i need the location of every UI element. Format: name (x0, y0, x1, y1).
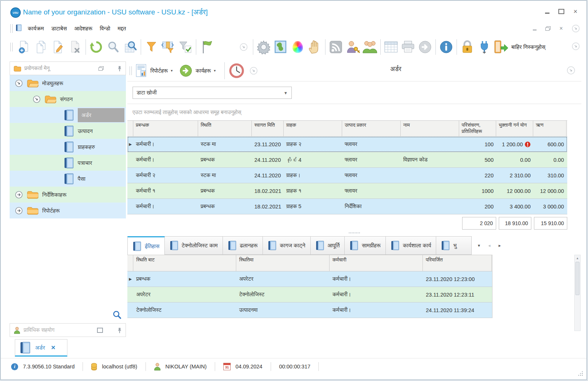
user-permissions-button[interactable] (344, 37, 361, 57)
info-button[interactable] (438, 37, 455, 57)
close-button[interactable]: × (572, 9, 578, 14)
tabs-dropdown-icon[interactable]: ▾ (478, 243, 480, 248)
edit-document-button[interactable] (50, 37, 67, 57)
tab-payment[interactable]: भु (436, 236, 472, 255)
toolbar-grip-2[interactable] (10, 43, 13, 51)
col-modified[interactable]: परिमार्जित (423, 255, 492, 271)
expand-down-icon[interactable] (33, 95, 41, 103)
col-manager[interactable]: प्रबन्धक (133, 121, 198, 136)
print-button[interactable] (400, 37, 417, 57)
forward-button[interactable] (417, 37, 434, 57)
table-view-button[interactable] (382, 37, 400, 57)
rss-button[interactable] (327, 37, 344, 57)
tab-supply[interactable]: आपूर्ति (311, 236, 345, 255)
users-group-button[interactable] (361, 37, 378, 57)
support-float-button[interactable] (97, 328, 103, 333)
order-row[interactable]: कर्मचारी २ स्टक मा 24.11.2020 ग्राहक। फ्… (127, 168, 567, 183)
delete-document-button[interactable] (67, 37, 84, 57)
sidebar-search-button[interactable] (113, 310, 121, 321)
scheduler-button[interactable] (228, 61, 245, 81)
toolbar-right-chevron-icon[interactable] (572, 42, 580, 50)
tabs-scroll-left-icon[interactable]: ◂ (488, 243, 490, 248)
tree-item-correspondence[interactable]: पत्राचार (10, 155, 126, 171)
menubar-chevron-icon[interactable] (572, 24, 580, 33)
history-row[interactable]: अपरेटर टेक्नोलोजिस्ट कर्मचारी। 23.11.202… (127, 287, 492, 303)
toolbar-chevron-icon[interactable] (240, 43, 248, 51)
tree-item-modules[interactable]: मोड्युलहरू (10, 75, 126, 91)
col-status[interactable]: स्थिति (198, 121, 252, 136)
actions-dropdown-button[interactable]: कार्यहरू ▾ (179, 64, 216, 77)
filter-button[interactable] (143, 37, 160, 57)
col-payable[interactable]: भुक्तानी गर्न योग (496, 121, 533, 136)
tab-materials[interactable]: सामग्रीहरू (345, 236, 386, 255)
col-client[interactable]: ग्राहक (284, 121, 342, 136)
tree-item-directories[interactable]: निर्देशिकाहरू (10, 187, 126, 203)
filter-column-button[interactable] (160, 37, 177, 57)
settings-button[interactable] (255, 37, 272, 57)
expand-right-icon[interactable] (15, 207, 23, 215)
panel-right-chevron-icon[interactable] (567, 66, 575, 75)
col-date[interactable]: स्वागत मिति (252, 121, 284, 136)
order-row[interactable]: कर्मचारी। प्रबन्धक 18.02.2021 ग्राहक 5 न… (127, 199, 567, 214)
tab-paper-cutting[interactable]: कागज काट्ने (263, 236, 311, 255)
panel-chevron-icon[interactable] (250, 67, 258, 75)
tree-item-money[interactable]: पैसा (10, 171, 126, 187)
tab-history[interactable]: ईतिहास (127, 236, 165, 255)
hand-button[interactable] (306, 37, 323, 57)
col-name[interactable]: नाम (401, 121, 459, 136)
sidebar-float-button[interactable] (98, 66, 104, 71)
col-employee[interactable]: कर्मचारी (330, 255, 423, 271)
menu-program[interactable]: कार्यक्रम (24, 24, 48, 33)
tree-item-organization[interactable]: संगठन (10, 91, 126, 107)
order-row[interactable]: कर्मचारी १ प्रबन्धक 18.02.2021 ग्राहक १ … (127, 183, 567, 199)
refresh-button[interactable] (88, 37, 105, 57)
col-product-type[interactable]: उत्पाद प्रकार (342, 121, 401, 136)
col-status-from[interactable]: स्थिति बाट (133, 255, 236, 271)
exit-button[interactable]: बाहिर निस्कनुहोस् (493, 37, 545, 57)
filter-check-button[interactable] (177, 37, 194, 57)
color-wheel-button[interactable] (289, 37, 306, 57)
reports-dropdown-button[interactable]: रिपोर्टहरू ▾ (135, 64, 173, 78)
expand-down-icon[interactable] (15, 79, 23, 87)
child-minimize-button[interactable] (533, 30, 537, 31)
tab-workshop-work[interactable]: कार्यशाला कार्य (386, 236, 436, 255)
lock-button[interactable] (459, 37, 476, 57)
copy-document-button[interactable] (33, 37, 50, 57)
window-tab-close-icon[interactable]: ✕ (51, 344, 56, 351)
pin-icon[interactable] (117, 327, 122, 333)
data-search-combo[interactable]: डाटा खोजी ▼ (133, 87, 292, 99)
order-row[interactable]: कर्मचारी। प्रबन्धक 24.11.2020 လိုင်း 4 फ… (127, 152, 567, 168)
menu-window[interactable]: विन्डो (96, 24, 114, 33)
history-row[interactable]: ▶ प्रबन्धक अपरेटर कर्मचारी। 23.11.2020 1… (127, 271, 492, 287)
search-button[interactable] (105, 37, 122, 57)
tabs-scroll-right-icon[interactable]: ▸ (498, 243, 501, 248)
pin-icon[interactable] (117, 66, 122, 71)
col-circulation[interactable]: परिसंचरण, प्रतिलिपिहरू (459, 121, 496, 136)
tree-item-reports[interactable]: रिपोर्टहरू (10, 203, 126, 218)
scroll-up-icon[interactable]: ▲ (575, 255, 580, 261)
search-in-grid-button[interactable] (122, 37, 139, 57)
tab-technologist-work[interactable]: टेक्नोलोजिस्ट काम (165, 236, 223, 255)
menu-database[interactable]: डाटाबेस (48, 24, 71, 33)
history-scrollbar[interactable]: ▲ (574, 255, 581, 331)
tree-item-clients[interactable]: ग्राहकहरु (10, 139, 126, 155)
minimize-button[interactable] (544, 9, 550, 14)
window-tab-orders[interactable]: अर्डर ✕ (15, 339, 67, 357)
tab-molds[interactable]: ढलानहरू (223, 236, 263, 255)
tree-item-orders[interactable]: अर्डर (10, 107, 126, 123)
order-row[interactable]: ▶ कर्मचारी। स्टक मा 23.11.2020 ग्राहक २ … (127, 137, 567, 152)
col-debt[interactable]: ऋण (533, 121, 567, 136)
toolbar-grip[interactable] (10, 24, 13, 33)
connection-button[interactable] (476, 37, 493, 57)
map-button[interactable] (272, 37, 289, 57)
new-document-button[interactable] (16, 37, 33, 57)
col-status-to[interactable]: स्थितिमा (236, 255, 330, 271)
menu-commands[interactable]: आदेशहरू (70, 24, 96, 33)
child-restore-button[interactable] (545, 26, 551, 31)
history-row[interactable]: टेक्नोलोजिस्ट उत्पादनमा कर्मचारी। 24.11.… (127, 303, 492, 318)
combo-dropdown-icon[interactable]: ▼ (284, 91, 288, 95)
expand-right-icon[interactable] (15, 191, 23, 199)
tree-item-production[interactable]: उत्पादन (10, 123, 126, 139)
horizontal-splitter[interactable] (127, 230, 581, 236)
flag-button[interactable] (198, 37, 215, 57)
